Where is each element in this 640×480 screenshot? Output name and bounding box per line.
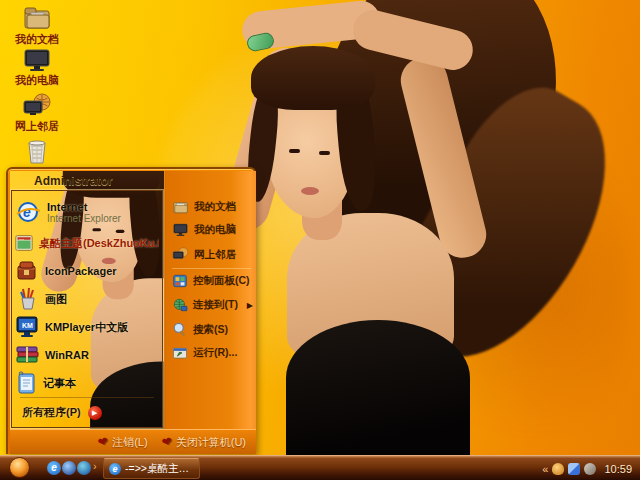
log-off-button[interactable]: ❤ 注销(L) [98,435,148,450]
girl-hair-fringe [251,46,375,110]
item-label: 画图 [45,293,67,305]
item-label: 运行(R)... [193,346,237,360]
all-programs-label: 所有程序(P) [22,405,81,420]
start-menu-item-control-panel[interactable]: 控制面板(C) [172,274,256,288]
start-button[interactable] [9,457,30,478]
start-menu-item-winrar[interactable]: WinRAR [15,343,159,367]
recycle-bin-icon [25,139,49,165]
start-menu-item-zhuoku-theme[interactable]: SFC 桌酷主题(DeskZhuoKu.Com) [15,231,159,255]
item-label: WinRAR [45,349,89,361]
my-documents-icon [172,199,189,214]
start-menu-item-internet[interactable]: e Internet Internet Explorer [15,197,159,227]
girl-lips [301,187,319,195]
shut-down-label: 关闭计算机(U) [176,435,246,450]
start-menu-right-panel: 我的文档 我的电脑 网上邻居 [165,171,256,429]
control-panel-icon [172,274,188,288]
item-label: 桌酷主题(DeskZhuoKu.Com) [39,237,159,249]
submenu-arrow-icon: ▶ [247,301,253,310]
taskbar: e › e -=>>桌酷主题 - Mic... « 10:59 [0,455,640,480]
desktop-icon-label: 我的电脑 [6,74,68,86]
all-programs-arrow-icon: ▶ [88,406,102,420]
desktop-icon-label: 我的文档 [6,33,68,45]
my-network-icon [172,247,189,262]
run-icon [172,347,188,360]
task-ie-icon: e [109,463,121,475]
item-label: Internet [47,201,121,213]
log-off-icon: ❤ [97,434,110,450]
desktop: 我的文档 我的电脑 网上邻居 [0,0,640,480]
tray-app-icon[interactable] [552,463,564,475]
start-menu-item-notepad[interactable]: 记事本 [15,371,159,395]
desktop-icon-my-computer[interactable]: 我的电脑 [6,48,68,86]
task-button-label: -=>>桌酷主题 - Mic... [125,462,194,476]
icon-packager-box-icon [15,260,39,282]
kmplayer-monitor-icon: KM [15,316,39,338]
item-sublabel: Internet Explorer [47,213,121,224]
computer-monitor-icon [22,48,52,73]
connect-to-icon [172,298,188,312]
start-menu-left-panel: e Internet Internet Explorer SFC 桌酷主题(De… [11,190,163,428]
girl-eye-left [289,149,300,153]
quick-launch-browser-icon[interactable] [77,461,91,475]
item-label: 网上邻居 [194,248,236,262]
system-tray: « 10:59 [542,456,640,480]
quick-launch-overflow-chevron[interactable]: › [93,460,97,472]
desktop-icon-recycle-bin[interactable] [6,139,68,166]
tray-network-icon[interactable] [568,463,580,475]
network-places-icon [22,93,52,119]
desktop-icon-label: 网上邻居 [6,120,68,132]
winrar-books-icon [15,344,39,366]
item-label: 连接到(T) [193,298,238,312]
svg-text:e: e [23,204,31,220]
start-menu-user-name: Administrator [34,174,113,188]
start-menu-item-my-network[interactable]: 网上邻居 [172,247,256,262]
start-menu-item-my-documents[interactable]: 我的文档 [172,199,256,214]
girl-eye-right [319,151,330,155]
shut-down-button[interactable]: ❤ 关闭计算机(U) [162,435,246,450]
item-label: 搜索(S) [193,323,228,337]
internet-explorer-icon: e [15,199,41,225]
item-label: 记事本 [43,377,76,389]
start-menu-item-kmplayer[interactable]: KM KMPlayer中文版 [15,315,159,339]
all-programs-separator [20,397,154,398]
quick-launch-show-desktop-icon[interactable] [62,461,76,475]
start-menu-item-paint[interactable]: 画图 [15,287,159,311]
svg-text:SFC: SFC [19,238,24,241]
quick-launch-ie-icon[interactable]: e [47,461,61,475]
start-menu-item-iconpackager[interactable]: IconPackager [15,259,159,283]
my-computer-icon [172,223,189,237]
notepad-icon [15,371,37,395]
taskbar-clock: 10:59 [604,463,632,475]
item-label: 控制面板(C) [193,274,250,288]
paint-cup-icon [15,287,39,311]
tray-overflow-chevron[interactable]: « [542,463,548,475]
item-label: 我的电脑 [194,223,236,237]
start-menu-item-search[interactable]: 搜索(S) [172,322,256,337]
log-off-label: 注销(L) [112,435,147,450]
search-icon [172,322,188,337]
start-menu-item-my-computer[interactable]: 我的电脑 [172,223,256,237]
item-label: IconPackager [45,265,117,277]
desktop-icon-network-places[interactable]: 网上邻居 [6,93,68,132]
tray-volume-icon[interactable] [584,463,596,475]
desktop-icon-my-documents[interactable]: 我的文档 [6,4,68,45]
start-menu-footer: ❤ 注销(L) ❤ 关闭计算机(U) [10,429,256,454]
shut-down-icon: ❤ [160,434,173,450]
documents-folder-icon [22,4,52,32]
start-menu-item-run[interactable]: 运行(R)... [172,346,256,360]
item-label: KMPlayer中文版 [45,321,128,333]
zhuoku-theme-icon: SFC [15,233,33,253]
start-menu-item-connect-to[interactable]: 连接到(T) ▶ [172,298,256,312]
taskbar-task-button[interactable]: e -=>>桌酷主题 - Mic... [103,458,200,479]
right-panel-separator [172,268,251,269]
start-menu: Administrator e Internet Internet Explor… [6,167,256,454]
all-programs-button[interactable]: 所有程序(P) ▶ [22,405,102,420]
item-label: 我的文档 [194,200,236,214]
svg-text:KM: KM [22,322,33,329]
